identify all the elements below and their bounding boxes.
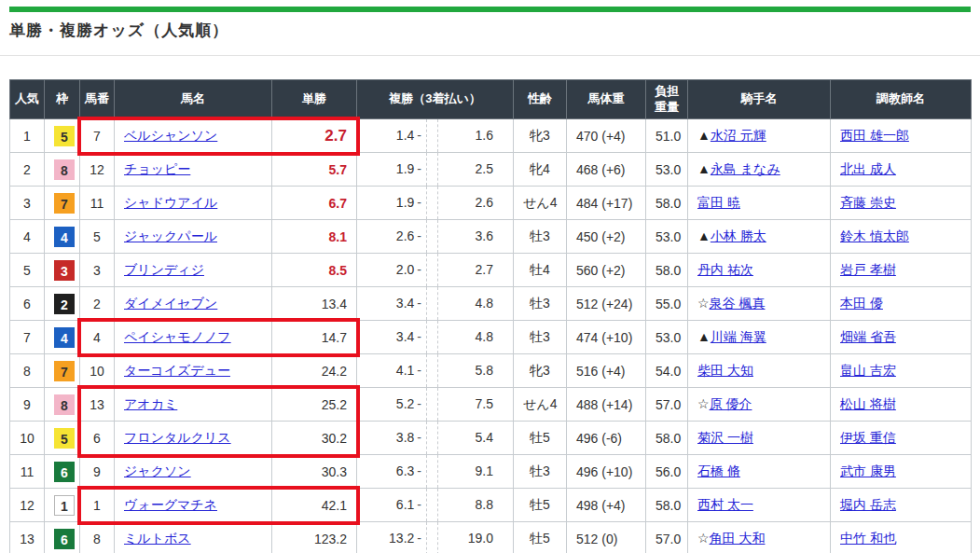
waku-cell: 5 <box>45 422 80 455</box>
trainer-link[interactable]: 北出 成人 <box>840 161 896 176</box>
waku-cell: 7 <box>45 187 80 220</box>
jockey-link[interactable]: 丹内 祐次 <box>697 262 753 277</box>
win-odds-cell: 5.7 <box>272 153 357 187</box>
win-odds-cell: 30.2 <box>272 422 357 455</box>
trainer-link[interactable]: 松山 将樹 <box>840 396 896 411</box>
table-row: 1211ヴォーグマチネ42.16.1-8.8牡5498 (+4)58.0西村 太… <box>10 489 972 522</box>
place-odds-high: 7.5 <box>438 388 504 421</box>
horse-name-link[interactable]: ペイシャモノノフ <box>124 329 231 344</box>
place-odds-range: 1.4-1.6 <box>366 119 504 152</box>
place-odds-gap <box>427 422 438 454</box>
table-row: 744ペイシャモノノフ14.73.4-4.8牡3474 (+10)53.0▲川端… <box>10 321 972 354</box>
trainer-cell: 岩戸 孝樹 <box>831 254 972 287</box>
trainer-link[interactable]: 畠山 吉宏 <box>840 363 896 378</box>
jockey-link[interactable]: 角田 大和 <box>710 531 766 546</box>
horse-name-link[interactable]: ブリンディジ <box>124 262 204 277</box>
jockey-cell: ▲小林 勝太 <box>688 220 831 254</box>
table-row: 533ブリンディジ8.52.0-2.7牡4560 (+2)58.0丹内 祐次岩戸… <box>10 254 972 287</box>
horse-weight-cell: 484 (+17) <box>567 187 646 220</box>
jockey-link[interactable]: 富田 暁 <box>697 195 740 210</box>
table-row: 9813アオカミ25.25.2-7.5せん4488 (+14)57.0☆原 優介… <box>10 388 972 422</box>
col-header-trainer: 調教師名 <box>831 80 972 119</box>
jockey-link[interactable]: 菊沢 一樹 <box>697 430 753 445</box>
trainer-link[interactable]: 堀内 岳志 <box>840 497 896 512</box>
win-odds-value: 25.2 <box>322 397 347 412</box>
place-odds-high: 1.6 <box>438 119 504 152</box>
trainer-link[interactable]: 西田 雄一郎 <box>840 128 909 143</box>
trainer-link[interactable]: 伊坂 重信 <box>840 430 896 445</box>
rank-cell: 10 <box>10 422 45 455</box>
trainer-cell: 武市 康男 <box>831 455 972 489</box>
horse-name-link[interactable]: ジャクソン <box>124 463 191 478</box>
horse-weight-cell: 516 (+4) <box>567 354 646 388</box>
rank-cell: 13 <box>10 522 45 553</box>
win-odds-cell: 123.2 <box>272 522 357 553</box>
horse-name-link[interactable]: チョッピー <box>124 161 190 176</box>
trainer-link[interactable]: 中竹 和也 <box>840 531 896 546</box>
win-odds-value: 42.1 <box>322 498 347 513</box>
waku-badge: 4 <box>54 227 75 247</box>
trainer-cell: 畑端 省吾 <box>831 321 972 354</box>
jockey-link[interactable]: 原 優介 <box>710 396 752 411</box>
horse-weight-cell: 488 (+14) <box>567 388 646 422</box>
place-odds-high: 19.0 <box>438 522 504 553</box>
place-odds-cell: 6.3-9.1 <box>357 455 514 489</box>
table-row: 1368ミルトボス123.213.2-19.0牡5512 (0)57.0☆角田 … <box>10 522 972 553</box>
place-odds-range: 13.2-19.0 <box>366 522 504 553</box>
horse-name-link[interactable]: ミルトボス <box>124 531 191 546</box>
trainer-link[interactable]: 斉藤 崇史 <box>840 195 896 210</box>
load-weight-cell: 57.0 <box>646 388 688 422</box>
place-odds-low-value: 1.9 <box>396 161 414 176</box>
horse-no-cell: 10 <box>80 354 115 388</box>
waku-cell: 4 <box>45 321 80 354</box>
waku-cell: 8 <box>45 388 80 422</box>
jockey-link[interactable]: 小林 勝太 <box>711 228 766 243</box>
table-row: 157ベルシャンソン2.71.4-1.6牝3470 (+4)51.0▲水沼 元輝… <box>10 119 972 153</box>
trainer-link[interactable]: 畑端 省吾 <box>840 329 896 344</box>
horse-name-link[interactable]: アオカミ <box>124 396 177 411</box>
place-odds-low-value: 1.4 <box>396 128 414 143</box>
horse-name-link[interactable]: ダイメイセブン <box>124 296 217 311</box>
place-odds-separator: - <box>414 195 421 210</box>
horse-no-cell: 8 <box>80 522 115 553</box>
jockey-link[interactable]: 永島 まなみ <box>711 161 780 176</box>
trainer-link[interactable]: 武市 康男 <box>840 463 896 478</box>
horse-name-link[interactable]: シャドウアイル <box>124 195 217 210</box>
jockey-link[interactable]: 川端 海翼 <box>711 329 766 344</box>
place-odds-cell: 2.0-2.7 <box>357 254 514 287</box>
horse-name-link[interactable]: ヴォーグマチネ <box>124 497 217 512</box>
jockey-cell: ☆角田 大和 <box>688 522 831 553</box>
place-odds-low-value: 4.1 <box>396 363 414 378</box>
horse-no-cell: 3 <box>80 254 115 287</box>
load-weight-cell: 58.0 <box>646 254 688 287</box>
win-odds-cell: 8.1 <box>272 220 357 254</box>
horse-name-link[interactable]: フロンタルクリス <box>124 430 231 445</box>
jockey-link[interactable]: 石橋 脩 <box>697 463 740 478</box>
horse-name-link[interactable]: ターコイズデュー <box>124 363 230 378</box>
place-odds-separator: - <box>414 497 421 512</box>
col-header-horse-weight: 馬体重 <box>567 80 646 119</box>
trainer-cell: 本田 優 <box>831 287 972 321</box>
horse-no-cell: 5 <box>80 220 115 254</box>
jockey-link[interactable]: 西村 太一 <box>697 497 753 512</box>
horse-no-cell: 4 <box>80 321 115 354</box>
place-odds-cell: 1.4-1.6 <box>357 119 514 153</box>
trainer-link[interactable]: 本田 優 <box>840 296 883 311</box>
jockey-link[interactable]: 水沼 元輝 <box>711 128 766 143</box>
horse-name-link[interactable]: ベルシャンソン <box>124 128 217 143</box>
jockey-link[interactable]: 泉谷 楓真 <box>710 296 766 311</box>
jockey-link[interactable]: 柴田 大知 <box>697 363 753 378</box>
horse-name-link[interactable]: ジャックパール <box>124 228 217 243</box>
win-odds-cell: 24.2 <box>272 354 357 388</box>
trainer-link[interactable]: 鈴木 慎太郎 <box>840 228 909 243</box>
col-header-jockey: 騎手名 <box>688 80 831 119</box>
horse-name-cell: ベルシャンソン <box>115 119 272 153</box>
place-odds-low: 13.2- <box>366 522 427 553</box>
waku-cell: 6 <box>45 522 80 553</box>
win-odds-cell: 6.7 <box>272 187 357 220</box>
trainer-link[interactable]: 岩戸 孝樹 <box>840 262 896 277</box>
trainer-cell: 斉藤 崇史 <box>831 187 972 220</box>
sex-age-cell: せん4 <box>514 187 567 220</box>
win-odds-cell: 25.2 <box>272 388 357 422</box>
waku-badge: 2 <box>54 294 75 314</box>
